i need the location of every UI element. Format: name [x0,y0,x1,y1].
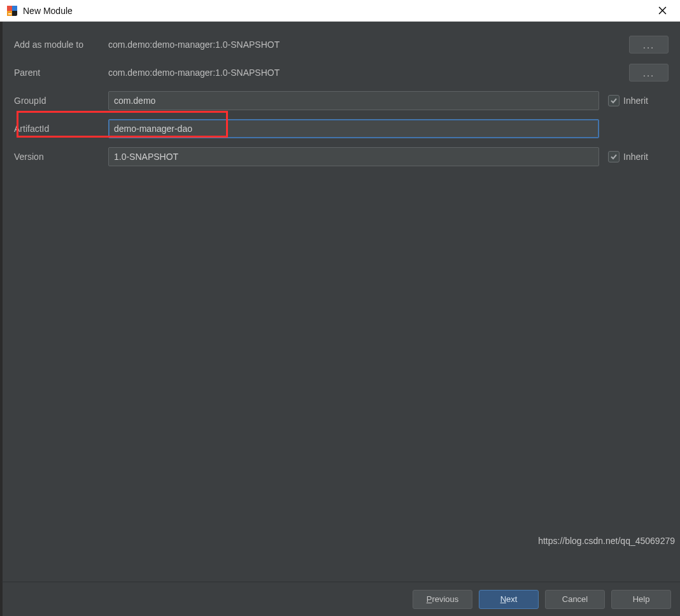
groupid-label: GroupId [14,96,108,106]
check-icon [608,151,620,162]
inherit-label: Inherit [623,152,648,162]
window-title: New Module [23,6,73,16]
row-groupid: GroupId Inherit [14,90,669,111]
previous-rest: revious [432,594,458,604]
close-button[interactable] [649,0,675,22]
previous-button[interactable]: Previous [413,590,472,609]
version-label: Version [14,152,108,162]
artifactid-input[interactable] [108,119,599,138]
row-artifactid: ArtifactId [14,118,669,139]
cancel-button[interactable]: Cancel [545,590,605,609]
version-inherit-checkbox[interactable]: Inherit [608,151,648,162]
intellij-icon [6,5,18,17]
parent-label: Parent [14,68,108,78]
dialog-content: Add as module to com.demo:demo-manager:1… [0,22,680,582]
add-as-module-browse-button[interactable]: ... [629,36,669,54]
parent-value: com.demo:demo-manager:1.0-SNAPSHOT [108,68,599,78]
add-as-module-value: com.demo:demo-manager:1.0-SNAPSHOT [108,39,599,50]
row-version: Version Inherit [14,147,669,167]
dialog-footer: Previous Next Cancel Help [0,582,680,616]
svg-rect-2 [12,6,17,11]
row-parent: Parent com.demo:demo-manager:1.0-SNAPSHO… [14,62,669,83]
groupid-inherit-checkbox[interactable]: Inherit [608,95,648,106]
svg-rect-4 [8,13,11,15]
row-add-as-module: Add as module to com.demo:demo-manager:1… [14,34,669,55]
add-as-module-label: Add as module to [14,39,108,50]
watermark: https://blog.csdn.net/qq_45069279 [538,536,675,546]
parent-browse-button[interactable]: ... [629,64,669,82]
version-input[interactable] [108,147,599,166]
inherit-label: Inherit [623,96,648,106]
help-button[interactable]: Help [611,590,671,609]
titlebar: New Module [0,0,680,22]
new-module-dialog: New Module Add as module to com.demo:dem… [0,0,680,616]
artifactid-label: ArtifactId [14,124,108,134]
mnemonic-n: N [500,594,506,604]
next-rest: ext [506,594,517,604]
next-button[interactable]: Next [479,590,539,609]
svg-rect-1 [7,6,12,11]
groupid-input[interactable] [108,91,599,110]
check-icon [608,95,620,106]
